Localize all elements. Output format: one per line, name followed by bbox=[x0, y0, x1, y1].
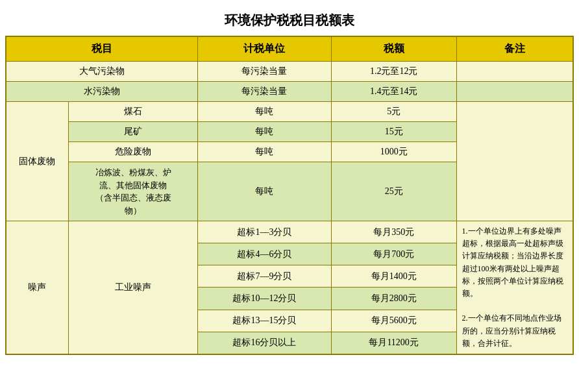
tax-amount-air: 1.2元至12元 bbox=[331, 62, 456, 82]
noise-level-5: 超标13—15分贝 bbox=[198, 310, 332, 332]
noise-amount-4: 每月2800元 bbox=[331, 288, 456, 310]
noise-level-1: 超标1—3分贝 bbox=[198, 221, 332, 243]
noise-amount-6: 每月11200元 bbox=[331, 332, 456, 354]
tax-amount-coal: 5元 bbox=[331, 102, 456, 122]
tax-item-tailings: 尾矿 bbox=[68, 122, 197, 142]
tax-group-noise: 噪声 bbox=[6, 221, 68, 354]
tax-unit-smelting: 每吨 bbox=[198, 162, 332, 221]
noise-level-4: 超标10—12分贝 bbox=[198, 288, 332, 310]
main-table: 税目 计税单位 税额 备注 大气污染物 每污染当量 1.2元至12元 水污染物 … bbox=[5, 36, 574, 355]
tax-note-water bbox=[456, 82, 573, 102]
tax-unit-air: 每污染当量 bbox=[198, 62, 332, 82]
tax-unit-hazardous: 每吨 bbox=[198, 142, 332, 162]
tax-item-smelting: 冶炼波、粉煤灰、炉流、其他固体废物（含半固态、液态废物） bbox=[68, 162, 197, 221]
tax-amount-smelting: 25元 bbox=[331, 162, 456, 221]
col-header-unit: 计税单位 bbox=[198, 36, 332, 62]
table-header-row: 税目 计税单位 税额 备注 bbox=[6, 36, 573, 62]
tax-group-solid: 固体废物 bbox=[6, 102, 68, 221]
noise-amount-3: 每月1400元 bbox=[331, 265, 456, 288]
tax-subgroup-industrial: 工业噪声 bbox=[68, 221, 197, 354]
noise-level-2: 超标4—6分贝 bbox=[198, 243, 332, 265]
tax-item-air: 大气污染物 bbox=[6, 62, 198, 82]
tax-item-coal: 煤石 bbox=[68, 102, 197, 122]
noise-amount-2: 每月700元 bbox=[331, 243, 456, 265]
table-row: 噪声 工业噪声 超标1—3分贝 每月350元 1.一个单位边界上有多处噪声超标，… bbox=[6, 221, 573, 243]
table-row: 大气污染物 每污染当量 1.2元至12元 bbox=[6, 62, 573, 82]
table-row: 固体废物 煤石 每吨 5元 bbox=[6, 102, 573, 122]
tax-note-solid bbox=[456, 102, 573, 221]
col-header-amount: 税额 bbox=[331, 36, 456, 62]
tax-amount-hazardous: 1000元 bbox=[331, 142, 456, 162]
noise-level-6: 超标16分贝以上 bbox=[198, 332, 332, 354]
table-row: 水污染物 每污染当量 1.4元至14元 bbox=[6, 82, 573, 102]
tax-unit-water: 每污染当量 bbox=[198, 82, 332, 102]
col-header-note: 备注 bbox=[456, 36, 573, 62]
table-title: 环境保护税税目税额表 bbox=[5, 5, 574, 36]
noise-note: 1.一个单位边界上有多处噪声超标，根据最高一处超标声级计算应纳税额；当沿边界长度… bbox=[456, 221, 573, 354]
noise-level-3: 超标7—9分贝 bbox=[198, 265, 332, 288]
tax-amount-water: 1.4元至14元 bbox=[331, 82, 456, 102]
page-wrapper: 环境保护税税目税额表 税目 计税单位 税额 备注 大气污染物 每污染当量 1.2… bbox=[0, 0, 579, 360]
tax-item-water: 水污染物 bbox=[6, 82, 198, 102]
tax-unit-tailings: 每吨 bbox=[198, 122, 332, 142]
col-header-taxitem: 税目 bbox=[6, 36, 198, 62]
noise-amount-1: 每月350元 bbox=[331, 221, 456, 243]
tax-amount-tailings: 15元 bbox=[331, 122, 456, 142]
noise-amount-5: 每月5600元 bbox=[331, 310, 456, 332]
tax-note-air bbox=[456, 62, 573, 82]
tax-item-hazardous: 危险废物 bbox=[68, 142, 197, 162]
tax-unit-coal: 每吨 bbox=[198, 102, 332, 122]
